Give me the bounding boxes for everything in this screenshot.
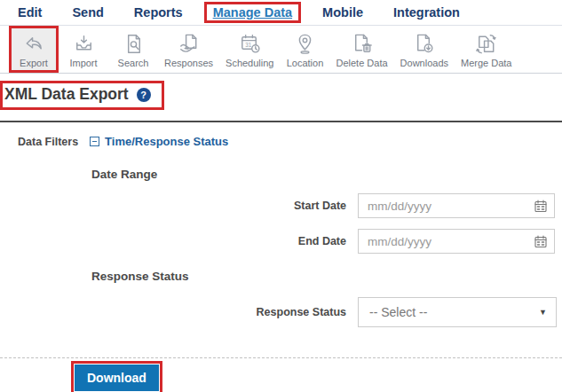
toolbar-item-label: Search (118, 58, 149, 68)
toolbar-item-import[interactable]: Import (59, 26, 108, 73)
selected-option-text: -- Select -- (369, 305, 427, 319)
search-icon (121, 31, 146, 57)
response-status-label: Response Status (91, 306, 358, 318)
calendar-icon[interactable] (534, 199, 548, 216)
toolbar-item-delete-data[interactable]: Delete Data (329, 26, 393, 73)
toolbar-item-location[interactable]: Location (280, 26, 329, 73)
toggle-label: Time/Response Status (105, 135, 228, 148)
toolbar-item-search[interactable]: Search (108, 26, 158, 73)
start-date-label: Start Date (91, 200, 358, 212)
nav-item-edit[interactable]: Edit (18, 5, 42, 20)
data-filters-row: Data Filters Time/Response Status (18, 135, 562, 148)
download-button[interactable]: Download (75, 365, 159, 391)
filter-body: Date Range Start Date End Date (91, 168, 562, 327)
response-status-select[interactable]: -- Select -- ▼ (358, 297, 557, 327)
end-date-row: End Date (91, 229, 562, 254)
import-icon (71, 31, 97, 57)
start-date-input[interactable] (358, 193, 555, 218)
page-title: XML Data Export (4, 85, 129, 104)
delete-data-icon (349, 31, 375, 57)
response-status-row: Response Status -- Select -- ▼ (91, 297, 562, 327)
toolbar-item-label: Responses (164, 58, 213, 68)
toolbar-item-label: Location (287, 58, 324, 68)
toolbar-item-downloads[interactable]: Downloads (394, 26, 455, 73)
toolbar-item-scheduling[interactable]: 31 Scheduling (219, 26, 280, 73)
svg-text:31: 31 (245, 41, 251, 47)
nav-item-manage-data[interactable]: Manage Data (204, 2, 301, 23)
calendar-icon[interactable] (534, 234, 548, 252)
chevron-down-icon: ▼ (539, 309, 547, 317)
end-date-input[interactable] (358, 229, 555, 254)
scheduling-icon: 31 (237, 31, 263, 57)
toolbar-item-label: Import (69, 58, 97, 68)
toolbar-item-merge-data[interactable]: Merge Data (455, 26, 518, 73)
toolbar-item-responses[interactable]: Responses (158, 26, 219, 73)
top-nav: Edit Send Reports Manage Data Mobile Int… (0, 0, 562, 26)
footer-divider (0, 357, 562, 358)
help-icon[interactable]: ? (137, 88, 151, 102)
nav-item-send[interactable]: Send (72, 5, 103, 20)
manage-data-toolbar: Export Import Search (0, 26, 562, 74)
toolbar-item-label: Export (20, 58, 48, 68)
toolbar-item-label: Merge Data (461, 58, 511, 68)
toolbar-item-label: Delete Data (336, 58, 387, 68)
start-date-row: Start Date (91, 193, 562, 218)
toolbar-item-label: Downloads (400, 58, 448, 68)
nav-item-integration[interactable]: Integration (393, 5, 460, 20)
toolbar-item-export[interactable]: Export (9, 26, 59, 73)
location-icon (292, 31, 318, 57)
nav-item-reports[interactable]: Reports (134, 5, 183, 20)
title-divider (0, 121, 562, 122)
download-button-highlight: Download (71, 361, 162, 392)
end-date-label: End Date (91, 235, 358, 247)
date-range-heading: Date Range (91, 168, 562, 181)
export-icon (21, 31, 47, 57)
responses-icon (176, 31, 202, 57)
page-title-block: XML Data Export ? (0, 81, 164, 110)
toolbar-item-label: Scheduling (226, 58, 273, 68)
merge-data-icon (473, 31, 499, 57)
nav-item-mobile[interactable]: Mobile (322, 5, 363, 20)
time-response-status-toggle[interactable]: Time/Response Status (90, 135, 228, 148)
response-status-heading: Response Status (91, 270, 562, 283)
data-filters-label: Data Filters (18, 136, 78, 148)
downloads-icon (411, 31, 437, 57)
collapse-minus-icon (90, 137, 99, 146)
